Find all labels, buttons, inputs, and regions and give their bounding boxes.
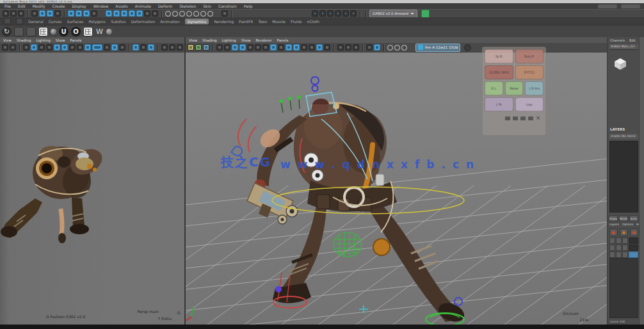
character-picker-panel[interactable]: Sp MBody RGLOBAL MAINR FTCGIK LMasterL I… <box>482 47 546 136</box>
layer-tab-display[interactable]: Display <box>609 215 618 222</box>
vpr-toolbar-icon[interactable] <box>247 44 254 51</box>
vpr-toolbar-icon[interactable] <box>239 44 246 51</box>
status-icon[interactable] <box>39 10 45 17</box>
vpr-toolbar-icon[interactable] <box>353 44 359 51</box>
vpl-toolbar-icon[interactable] <box>177 44 183 51</box>
status-icon[interactable] <box>144 10 150 17</box>
shelf-tab-rendering[interactable]: Rendering <box>214 19 234 24</box>
vpr-menu-panels[interactable]: Panels <box>277 38 289 42</box>
shelf-letter-u[interactable]: U <box>59 27 68 36</box>
vpl-toolbar-icon[interactable] <box>61 44 68 51</box>
vpl-menu-panels[interactable]: Panels <box>70 38 81 42</box>
flip-icon[interactable] <box>520 116 526 120</box>
layer-visibility-toggle[interactable] <box>622 252 628 258</box>
shelf-scroll-down-icon[interactable] <box>16 18 23 24</box>
vpl-menu-view[interactable]: View <box>3 38 12 42</box>
panel-toggle-icon[interactable] <box>327 10 334 17</box>
character-model-left[interactable] <box>1 144 106 243</box>
layer-visibility-toggle[interactable] <box>622 245 628 251</box>
layout-grid-icon[interactable] <box>83 27 93 36</box>
vpl-toolbar-icon[interactable] <box>140 44 147 51</box>
status-icon[interactable] <box>106 10 112 17</box>
vpl-toolbar-icon[interactable] <box>92 44 102 51</box>
picker-button-l-hk[interactable]: L Hk <box>485 97 513 111</box>
layer-tab-render[interactable]: Render <box>619 215 628 222</box>
vpr-toolbar-icon[interactable] <box>316 44 323 51</box>
menu-display[interactable]: Display <box>72 4 86 8</box>
panel-toggle-icon[interactable] <box>335 10 341 17</box>
vpl-toolbar-icon[interactable] <box>77 44 83 51</box>
status-icon[interactable] <box>179 11 185 17</box>
vpl-toolbar-icon[interactable] <box>54 44 60 51</box>
vpr-menu-renderer[interactable]: Renderer <box>255 38 271 42</box>
layer-visibility-toggle[interactable] <box>616 245 622 251</box>
layer-name-bar[interactable] <box>629 245 638 251</box>
channel-box-menu-channels[interactable]: Channels <box>610 38 625 42</box>
render-thumb-icon[interactable] <box>14 27 24 36</box>
vpl-toolbar-icon[interactable] <box>133 44 139 51</box>
menu-help[interactable]: Help <box>244 4 253 8</box>
vpr-toolbar-icon[interactable] <box>262 44 269 51</box>
picker-button-legs[interactable]: Legs <box>515 97 544 111</box>
menu-skin[interactable]: Skin <box>203 4 211 8</box>
vpl-toolbar-icon[interactable] <box>2 44 8 51</box>
status-icon[interactable] <box>113 10 120 17</box>
toolbar-round-button[interactable] <box>464 44 471 51</box>
status-icon[interactable] <box>129 10 135 17</box>
status-icon[interactable] <box>10 10 17 17</box>
status-icon[interactable] <box>172 11 178 17</box>
vpl-toolbar-icon[interactable] <box>161 44 168 51</box>
vpr-toolbar-icon[interactable] <box>366 44 373 51</box>
shelf-letter-w[interactable]: W <box>95 27 104 36</box>
layer-row-selected[interactable] <box>609 252 638 258</box>
vpl-toolbar-icon[interactable] <box>10 44 16 51</box>
shelf-tab-general[interactable]: General <box>28 19 44 24</box>
status-icon[interactable] <box>54 10 61 17</box>
menu-edit[interactable]: Edit <box>18 4 26 8</box>
vpr-toolbar-icon[interactable] <box>337 44 344 51</box>
shelf-tab-dynamics[interactable]: Dynamics <box>185 19 209 24</box>
vpl-toolbar-icon[interactable] <box>104 44 110 51</box>
vpr-toolbar-icon[interactable] <box>216 44 223 51</box>
shelf-tab-fluids[interactable]: Fluids <box>291 19 302 24</box>
status-icon[interactable] <box>68 10 74 17</box>
vpr-toolbar-icon[interactable] <box>345 44 351 51</box>
shelf-tab-animation[interactable]: Animation <box>160 19 180 24</box>
vpr-toolbar-icon[interactable] <box>255 44 261 51</box>
picker-button-l-ik-arm[interactable]: L IK Arm <box>525 81 543 95</box>
menu-constrain[interactable]: Constrain <box>218 4 237 8</box>
vpr-toolbar-icon[interactable] <box>188 44 194 51</box>
menu-animate[interactable]: Animate <box>135 4 151 8</box>
picker-close-icon[interactable]: × <box>536 116 540 120</box>
shelf-tab-toon[interactable]: Toon <box>258 19 267 24</box>
status-icon[interactable] <box>193 11 199 17</box>
vpr-toolbar-icon[interactable] <box>387 45 393 51</box>
vpr-toolbar-icon[interactable] <box>278 44 284 51</box>
vpl-toolbar-icon[interactable] <box>119 44 125 51</box>
picker-button-r-ftcg[interactable]: R FTCG <box>515 65 544 79</box>
camera-name-field[interactable]: frm A 12w21 15Ub <box>415 44 460 52</box>
panel-toggle-icon[interactable] <box>350 10 357 17</box>
vpr-toolbar-icon[interactable] <box>270 44 277 51</box>
shelf-letter-o[interactable]: O <box>71 27 81 36</box>
status-icon[interactable] <box>186 11 192 17</box>
status-icon[interactable] <box>83 10 90 17</box>
shelf-tab-curves[interactable]: Curves <box>49 19 62 24</box>
status-icon[interactable] <box>31 10 38 17</box>
menu-create[interactable]: Create <box>52 4 65 8</box>
vpl-toolbar-icon[interactable] <box>31 44 37 51</box>
layer-create-button[interactable] <box>630 229 638 236</box>
status-icon[interactable] <box>121 10 127 17</box>
pose-icon[interactable] <box>505 116 510 120</box>
viewport-right-panel[interactable]: ViewShadingLightingShowRendererPanels fr… <box>186 37 607 325</box>
texture-thumb-icon[interactable] <box>26 27 36 36</box>
layer-visibility-toggle[interactable] <box>616 252 622 258</box>
status-icon[interactable] <box>165 11 171 17</box>
shelf-tab-ncloth[interactable]: nCloth <box>307 19 320 24</box>
vpr-toolbar-icon[interactable] <box>195 44 202 51</box>
layer-visibility-toggle[interactable] <box>616 237 622 244</box>
vpr-menu-view[interactable]: View <box>189 38 197 42</box>
workspace-chip[interactable] <box>598 4 617 8</box>
vpl-toolbar-icon[interactable] <box>38 44 45 51</box>
vpr-toolbar-icon[interactable] <box>401 45 407 51</box>
